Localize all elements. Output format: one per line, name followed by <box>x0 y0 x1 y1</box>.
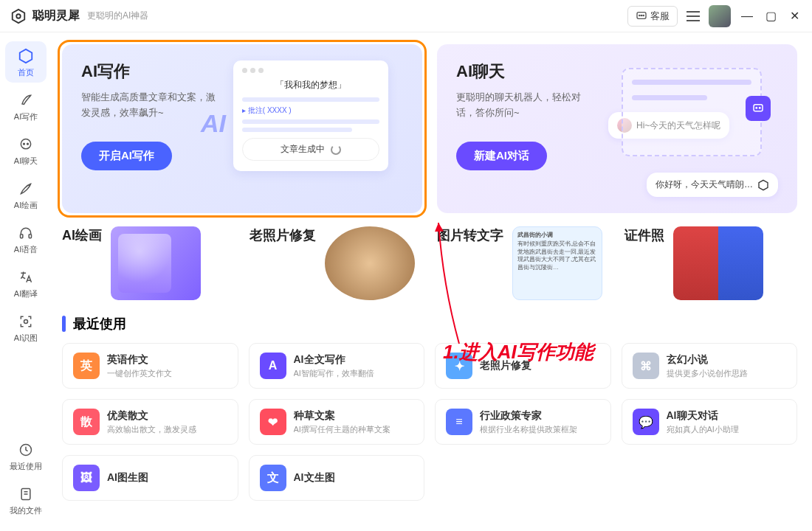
svg-point-3 <box>641 15 641 15</box>
app-tagline: 更聪明的AI神器 <box>87 10 148 22</box>
sidebar-item-label: 我的文件 <box>10 505 42 516</box>
sidebar-item-translate[interactable]: AI翻译 <box>5 263 47 304</box>
chat-bubble-reply: 你好呀，今天天气晴朗… <box>647 173 778 197</box>
chat-icon <box>17 136 35 153</box>
function-card[interactable]: A AI全文写作 AI智能写作，效率翻倍 <box>249 343 425 389</box>
function-grid: 英 英语作文 一键创作英文作文 A AI全文写作 AI智能写作，效率翻倍 ✦ 老… <box>62 343 797 501</box>
svg-point-2 <box>639 15 640 15</box>
sidebar-item-home[interactable]: 首页 <box>5 41 47 83</box>
hero-title: AI聊天 <box>456 60 596 83</box>
feature-tile-ocr[interactable]: 图片转文字 武昌街的小调 有时候到重庆跑买书,总会不自觉地跑武昌街去走一回,最近… <box>437 226 610 300</box>
titlebar: 聪明灵犀 更聪明的AI神器 客服 — ▢ ✕ <box>0 0 812 32</box>
function-card-title: AI文生图 <box>294 471 335 485</box>
hexagon-logo-icon <box>10 8 27 24</box>
main-content: AI写作 智能生成高质量文章和文案，激发灵感，效率飙升~ 开启AI写作 AI 「… <box>52 32 812 531</box>
function-card-subtitle: 提供更多小说创作思路 <box>667 368 748 379</box>
new-chat-button[interactable]: 新建AI对话 <box>456 142 547 170</box>
close-button[interactable]: ✕ <box>787 9 802 23</box>
function-card[interactable]: ❤ 种草文案 AI撰写任何主题的种草文案 <box>249 399 425 445</box>
writing-preview-mock: 「我和我的梦想」 ▸ 批注( XXXX ) 文章生成中 <box>233 60 388 171</box>
function-card[interactable]: ⌘ 玄幻小说 提供更多小说创作思路 <box>622 343 798 389</box>
sidebar-item-label: AI翻译 <box>14 288 38 299</box>
function-card-title: AI全文写作 <box>294 353 374 367</box>
svg-point-10 <box>24 320 28 324</box>
sidebar-item-ocr[interactable]: AI识图 <box>5 307 47 348</box>
start-writing-button[interactable]: 开启AI写作 <box>81 142 172 170</box>
sidebar-item-writing[interactable]: AI写作 <box>5 86 47 127</box>
chat-float-icon <box>746 96 771 121</box>
function-card-icon: ≡ <box>446 409 472 435</box>
sidebar-item-voice[interactable]: AI语音 <box>5 218 47 260</box>
scan-icon <box>17 313 35 330</box>
home-icon <box>17 47 35 65</box>
feature-thumb <box>673 226 763 300</box>
feather-icon <box>17 91 35 109</box>
maximize-button[interactable]: ▢ <box>763 9 778 23</box>
function-card[interactable]: 💬 AI聊天对话 宛如真人的AI小助理 <box>622 399 798 445</box>
function-card-icon: 英 <box>73 353 100 379</box>
svg-point-4 <box>643 15 644 15</box>
spinner-icon <box>331 145 341 155</box>
function-card-subtitle: 一键创作英文作文 <box>107 368 172 379</box>
minimize-button[interactable]: — <box>740 10 754 23</box>
function-card-icon: ✦ <box>446 353 472 379</box>
clock-icon <box>17 441 35 459</box>
feature-row: AI绘画 老照片修复 图片转文字 武昌街的小调 有时候到重庆跑买书,总会不自觉地… <box>62 226 797 300</box>
function-card-title: 英语作文 <box>107 353 172 367</box>
sidebar-item-paint[interactable]: AI绘画 <box>5 174 47 215</box>
function-card-title: 种草文案 <box>294 409 390 423</box>
brush-icon <box>17 180 35 198</box>
svg-point-7 <box>27 143 29 145</box>
headset-icon <box>17 224 35 242</box>
svg-point-6 <box>24 143 25 145</box>
sidebar: 首页 AI写作 AI聊天 AI绘画 AI语音 AI翻译 AI识图 <box>0 32 52 531</box>
function-card-icon: 💬 <box>633 409 659 435</box>
feature-tile-paint[interactable]: AI绘画 <box>62 226 235 300</box>
user-avatar[interactable] <box>709 5 731 27</box>
chat-preview-mock: Hi~今天的天气怎样呢 你好呀，今天天气晴朗… <box>608 60 778 197</box>
function-card-title: 玄幻小说 <box>667 353 748 367</box>
generation-status-chip: 文章生成中 <box>242 138 379 161</box>
function-card-icon: 文 <box>260 465 286 491</box>
function-card[interactable]: 英 英语作文 一键创作英文作文 <box>62 343 238 389</box>
svg-rect-8 <box>21 235 23 238</box>
hero-description: 更聪明的聊天机器人，轻松对话，答你所问~ <box>456 90 596 121</box>
svg-point-5 <box>21 139 30 149</box>
function-card[interactable]: ✦ 老照片修复 <box>435 343 611 389</box>
sidebar-item-label: AI写作 <box>14 111 38 122</box>
sidebar-item-recent[interactable]: 最近使用 <box>5 435 47 476</box>
feature-tile-restore[interactable]: 老照片修复 <box>250 226 422 300</box>
sidebar-item-label: 最近使用 <box>10 461 42 472</box>
function-card[interactable]: 文 AI文生图 <box>249 455 425 501</box>
hamburger-menu-button[interactable] <box>687 11 700 21</box>
translate-icon <box>17 268 35 286</box>
function-card[interactable]: ≡ 行业政策专家 根据行业名称提供政策框架 <box>435 399 611 445</box>
sidebar-item-chat[interactable]: AI聊天 <box>5 130 47 171</box>
function-card-title: 行业政策专家 <box>480 409 577 423</box>
function-card[interactable]: 散 优美散文 高效输出散文，激发灵感 <box>62 399 238 445</box>
svg-point-15 <box>760 108 761 109</box>
function-card-title: 老照片修复 <box>480 359 531 372</box>
function-card-subtitle: 高效输出散文，激发灵感 <box>107 424 196 435</box>
sidebar-item-label: AI聊天 <box>14 156 38 167</box>
feature-tile-idphoto[interactable]: 证件照 <box>625 226 797 300</box>
function-card-icon: 散 <box>73 409 100 435</box>
svg-rect-9 <box>29 235 31 238</box>
svg-rect-13 <box>754 105 763 111</box>
recent-heading: 最近使用 <box>62 315 797 333</box>
customer-service-button[interactable]: 客服 <box>627 6 678 27</box>
function-card[interactable]: 🖼 AI图生图 <box>62 455 238 501</box>
section-accent-bar <box>62 316 66 332</box>
hero-card-chat[interactable]: AI聊天 更聪明的聊天机器人，轻松对话，答你所问~ 新建AI对话 Hi~今天的天… <box>437 44 797 213</box>
ai-decor-text: AI <box>201 109 226 138</box>
feature-thumb: 武昌街的小调 有时候到重庆跑买书,总会不自觉地跑武昌街去走一回,最近发现武昌街大… <box>512 226 602 300</box>
sidebar-item-label: 首页 <box>18 67 34 78</box>
function-card-title: AI图生图 <box>107 471 148 485</box>
sidebar-item-label: AI识图 <box>14 333 38 344</box>
feature-thumb <box>325 226 415 300</box>
function-card-title: 优美散文 <box>107 409 196 423</box>
function-card-icon: ⌘ <box>633 353 659 379</box>
hero-card-writing[interactable]: AI写作 智能生成高质量文章和文案，激发灵感，效率飙升~ 开启AI写作 AI 「… <box>62 44 422 213</box>
sidebar-item-files[interactable]: 我的文件 <box>5 479 47 521</box>
file-icon <box>17 485 35 503</box>
